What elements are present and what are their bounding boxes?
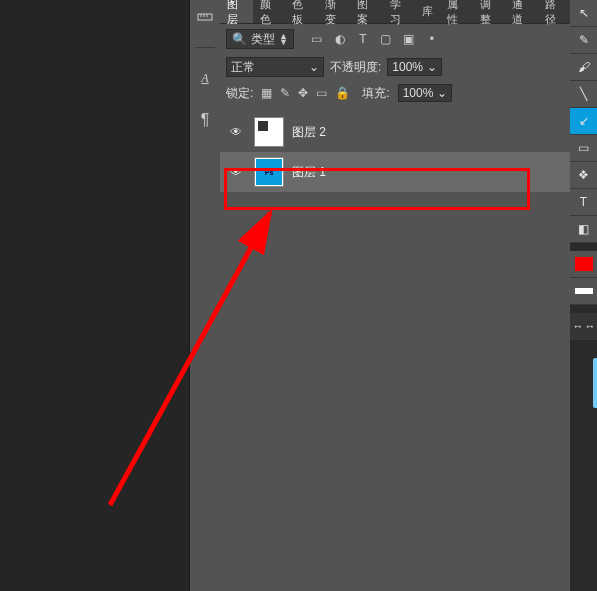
tab-3[interactable]: 渐变 [318,0,351,23]
blend-mode-value: 正常 [231,59,255,76]
pencil-tool[interactable]: ✎ [570,27,597,54]
fg-color-swatch[interactable] [570,251,597,278]
type-filter-label: 类型 [251,31,275,48]
blend-mode-dropdown[interactable]: 正常 ⌄ [226,57,324,77]
lock-row: 锁定: ▦✎✥▭🔒 填充: 100% ⌄ [220,80,570,106]
lock-icon-4[interactable]: 🔒 [335,86,350,100]
collapse-handle[interactable] [593,358,597,408]
layers-panel: 图层颜色色板渐变图案学习库属性调整通道路径 🔍 类型 ▲▼ ▭◐T▢▣• 正常 … [220,0,570,591]
filter-icon-1[interactable]: ◐ [333,32,347,46]
layer-row[interactable]: 👁Ps图层 1 [220,152,570,192]
tab-4[interactable]: 图案 [350,0,383,23]
opacity-input[interactable]: 100% ⌄ [387,58,442,76]
canvas-area[interactable] [0,0,190,591]
text-tool[interactable]: T [570,189,597,216]
tab-5[interactable]: 学习 [383,0,416,23]
tab-10[interactable]: 路径 [538,0,571,23]
layer-name[interactable]: 图层 2 [292,124,326,141]
visibility-eye-icon[interactable]: 👁 [226,162,246,182]
bg-color-swatch[interactable] [570,278,597,305]
tab-9[interactable]: 通道 [505,0,538,23]
svg-rect-0 [198,14,212,20]
opacity-value: 100% [392,60,423,74]
ruler-icon[interactable] [195,5,215,29]
tab-1[interactable]: 颜色 [253,0,286,23]
arrow-tool[interactable]: ↙ [570,108,597,135]
layer-thumbnail[interactable]: Ps [254,157,284,187]
type-filter-dropdown[interactable]: 🔍 类型 ▲▼ [226,29,294,49]
filter-icon-4[interactable]: ▣ [402,32,416,46]
opacity-label: 不透明度: [330,59,381,76]
cursor-tool[interactable]: ↖ [570,0,597,27]
flip-tool[interactable]: ↔ ↔ [570,313,597,340]
filter-icons: ▭◐T▢▣• [310,32,439,46]
panel-tabs: 图层颜色色板渐变图案学习库属性调整通道路径 [220,0,570,24]
tab-7[interactable]: 属性 [440,0,473,23]
mid-tool-column: A ¶ [190,0,220,591]
layer-thumbnail[interactable] [254,117,284,147]
lock-icons: ▦✎✥▭🔒 [261,86,350,100]
tab-6[interactable]: 库 [415,0,440,23]
chevron-down-icon: ⌄ [437,86,447,100]
lock-icon-2[interactable]: ✥ [298,86,308,100]
filter-icon-0[interactable]: ▭ [310,32,324,46]
lock-label: 锁定: [226,85,253,102]
chevron-down-icon: ⌄ [309,60,319,74]
tab-8[interactable]: 调整 [473,0,506,23]
fill-value: 100% [403,86,434,100]
eraser-tool[interactable]: ◧ [570,216,597,243]
layer-row[interactable]: 👁图层 2 [220,112,570,152]
caret-icon: ▲▼ [279,33,288,45]
layers-list: 👁图层 2👁Ps图层 1 [220,112,570,192]
tab-0[interactable]: 图层 [220,0,253,23]
fill-label: 填充: [362,85,389,102]
search-icon: 🔍 [232,32,247,46]
visibility-eye-icon[interactable]: 👁 [226,122,246,142]
shapes-tool[interactable]: ❖ [570,162,597,189]
lock-icon-1[interactable]: ✎ [280,86,290,100]
line-tool[interactable]: ╲ [570,81,597,108]
chevron-down-icon: ⌄ [427,60,437,74]
filter-icon-3[interactable]: ▢ [379,32,393,46]
filter-icon-2[interactable]: T [356,32,370,46]
filter-row: 🔍 类型 ▲▼ ▭◐T▢▣• [220,24,570,54]
layer-name[interactable]: 图层 1 [292,164,326,181]
brush-tool[interactable]: 🖌 [570,54,597,81]
rect-tool[interactable]: ▭ [570,135,597,162]
right-toolbar: ↖✎🖌╲↙▭❖T◧↔ ↔ [570,0,597,340]
fill-input[interactable]: 100% ⌄ [398,84,453,102]
lock-icon-0[interactable]: ▦ [261,86,272,100]
blend-row: 正常 ⌄ 不透明度: 100% ⌄ [220,54,570,80]
tab-2[interactable]: 色板 [285,0,318,23]
lock-icon-3[interactable]: ▭ [316,86,327,100]
filter-icon-5[interactable]: • [425,32,439,46]
glyph-a-icon[interactable]: A [195,66,215,90]
para-icon[interactable]: ¶ [195,108,215,132]
